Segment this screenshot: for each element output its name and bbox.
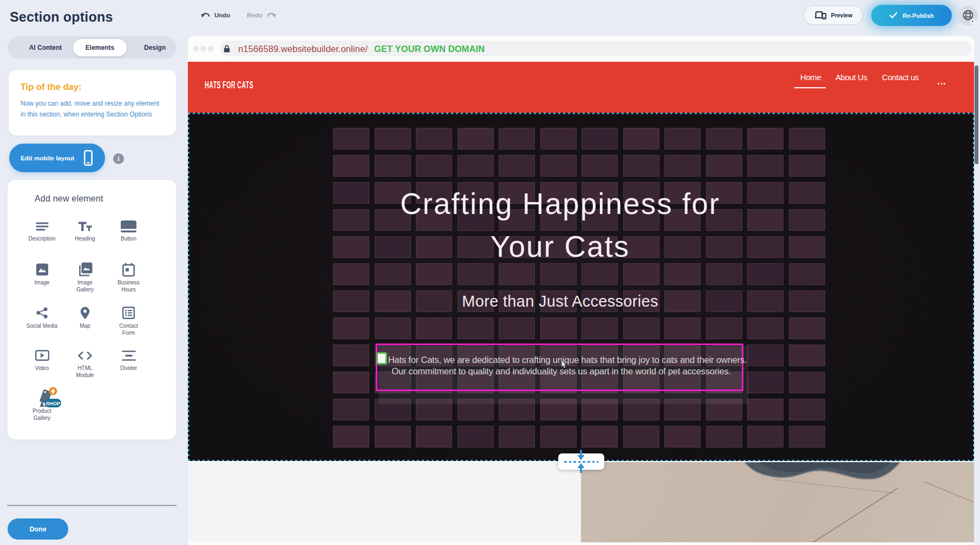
svg-text:SHOP: SHOP xyxy=(45,400,61,406)
